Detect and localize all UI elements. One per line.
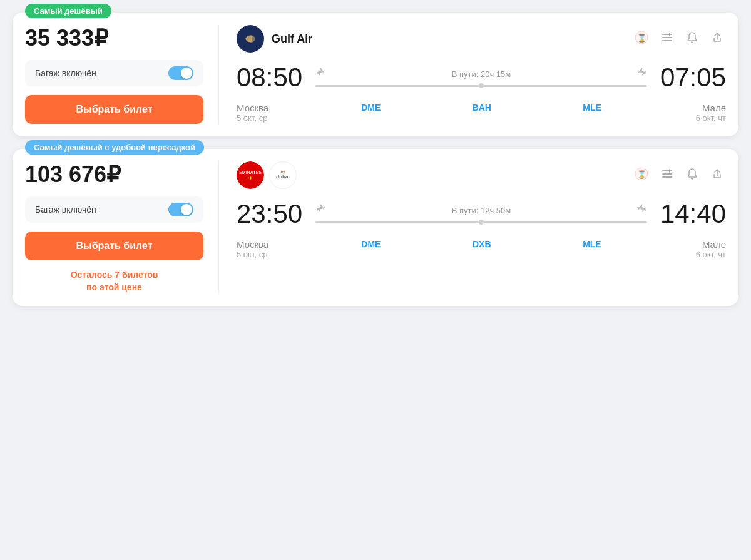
arrive-time: 07:05 [657,63,726,93]
arrive-date: 6 окт, чт [657,250,726,259]
airport-code: BAH [473,103,491,113]
right-panel: EMIRATES ✈ flydubai ⌛ 23:50 В пути: 12ч … [219,161,726,293]
depart-time: 23:50 [237,199,305,229]
price: 103 676₽ [25,161,203,188]
baggage-toggle[interactable] [168,66,193,80]
arrive-city: Мале [657,239,726,250]
baggage-row: Багаж включён [25,196,203,223]
depart-time: 08:50 [237,63,305,93]
airports-row: Москва 5 окт, срDMEBAHMLEМале 6 окт, чт [237,103,726,123]
airport-code: DXB [473,239,491,249]
filters-button[interactable] [658,165,676,186]
share-button[interactable] [708,165,726,186]
actions-row: ⌛ [632,28,726,50]
share-button[interactable] [708,29,726,49]
baggage-label: Багаж включён [35,68,96,78]
airline-row: Gulf Air ⌛ [237,25,726,53]
airline-info: Gulf Air [237,25,312,53]
svg-text:EMIRATES: EMIRATES [239,170,262,175]
plane-arrive-icon [636,203,647,217]
emirates-logo: EMIRATES ✈ [237,161,264,189]
left-panel: 103 676₽Багаж включёнВыбрать билетОстало… [25,161,219,293]
airline-info: EMIRATES ✈ flydubai [237,161,297,189]
svg-text:⌛: ⌛ [637,169,646,178]
card-badge: Самый дешёвый с удобной пересадкой [25,140,204,155]
arrive-date: 6 окт, чт [657,113,726,123]
arrive-city: Мале [657,103,726,113]
flight-path: В пути: 12ч 50м [305,203,657,225]
bell-button[interactable] [683,165,701,186]
airline-logos: EMIRATES ✈ flydubai [237,161,297,189]
path-visual [315,220,647,225]
flight-times-row: 23:50 В пути: 12ч 50м 14:40 [237,199,726,229]
arrive-info: Мале 6 окт, чт [657,239,726,259]
airport-code: DME [361,239,381,249]
airline-name: Gulf Air [272,33,312,46]
depart-info: Москва 5 окт, ср [237,239,305,259]
hourglass-button[interactable]: ⌛ [632,28,651,50]
plane-arrive-icon [636,67,647,81]
actions-row: ⌛ [632,165,726,186]
select-ticket-button[interactable]: Выбрать билет [25,95,203,124]
airport-code: DME [361,103,381,113]
depart-date: 5 окт, ср [237,250,305,259]
left-panel: 35 333₽Багаж включёнВыбрать билет [25,25,219,124]
arrive-time: 14:40 [657,199,726,229]
flight-card-1: Самый дешёвый с удобной пересадкой103 67… [13,149,738,306]
select-ticket-button[interactable]: Выбрать билет [25,232,203,260]
svg-text:⌛: ⌛ [637,33,646,42]
airports-row: Москва 5 окт, срDMEDXBMLEМале 6 окт, чт [237,239,726,259]
plane-depart-icon [315,67,327,81]
flight-duration: В пути: 12ч 50м [332,206,631,215]
airline-logo [237,25,264,53]
arrive-info: Мале 6 окт, чт [657,103,726,123]
flight-duration: В пути: 20ч 15м [332,69,631,79]
path-visual [315,83,647,88]
bell-button[interactable] [683,29,701,49]
airline-row: EMIRATES ✈ flydubai ⌛ [237,161,726,189]
price: 35 333₽ [25,25,203,51]
flight-card-0: Самый дешёвый35 333₽Багаж включёнВыбрать… [13,13,738,136]
flight-times-row: 08:50 В пути: 20ч 15м 07:05 [237,63,726,93]
baggage-label: Багаж включён [35,205,96,215]
airport-code: MLE [583,103,601,113]
depart-info: Москва 5 окт, ср [237,103,305,123]
airport-codes: DMEBAHMLE [305,103,657,113]
depart-date: 5 окт, ср [237,113,305,123]
flight-path: В пути: 20ч 15м [305,67,657,88]
plane-depart-icon [315,203,327,217]
depart-city: Москва [237,103,305,113]
right-panel: Gulf Air ⌛ 08:50 В пути: 20ч 15м 07:05Мо… [219,25,726,124]
tickets-left: Осталось 7 билетовпо этой цене [25,269,203,293]
depart-city: Москва [237,239,305,250]
flydubai-logo: flydubai [269,161,297,189]
svg-text:✈: ✈ [248,175,253,181]
filters-button[interactable] [658,29,676,49]
airport-code: MLE [583,239,601,249]
baggage-toggle[interactable] [168,203,193,216]
baggage-row: Багаж включён [25,60,203,86]
card-badge: Самый дешёвый [25,4,111,18]
airport-codes: DMEDXBMLE [305,239,657,249]
hourglass-button[interactable]: ⌛ [632,165,651,186]
